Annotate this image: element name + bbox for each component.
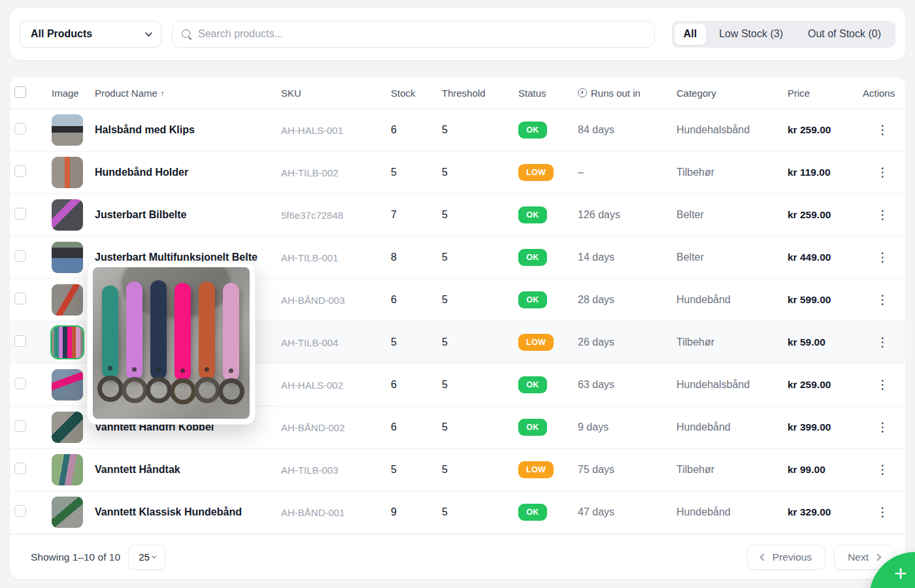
product-threshold: 5 (442, 252, 518, 263)
product-sku: AH-BÅND-002 (281, 422, 391, 433)
preview-keyring (146, 377, 172, 403)
row-actions-menu-icon[interactable]: ⋮ (863, 165, 889, 179)
product-price: kr 599.00 (788, 294, 863, 306)
col-header-price[interactable]: Price (788, 88, 863, 99)
tab-all[interactable]: All (674, 24, 706, 45)
row-actions-menu-icon[interactable]: ⋮ (863, 378, 889, 391)
product-price: kr 329.00 (788, 506, 863, 518)
runs-out-value: 9 days (578, 421, 676, 433)
row-checkbox[interactable] (14, 208, 26, 220)
row-actions-menu-icon[interactable]: ⋮ (863, 293, 889, 306)
col-header-category[interactable]: Category (676, 88, 788, 99)
table-row[interactable]: Hundebånd Holder AH-TILB-002 5 5 LOW – T… (10, 152, 905, 194)
row-checkbox[interactable] (14, 505, 26, 517)
table-row[interactable]: Vanntett Klassisk Hundebånd AH-BÅND-001 … (10, 491, 905, 534)
row-actions-menu-icon[interactable]: ⋮ (863, 123, 889, 137)
row-checkbox[interactable] (14, 123, 26, 135)
table-footer: Showing 1–10 of 10 25 Previous Next (10, 534, 905, 579)
product-thumbnail[interactable] (52, 369, 83, 400)
product-stock: 9 (391, 506, 442, 518)
product-threshold: 5 (442, 506, 518, 518)
col-header-threshold[interactable]: Threshold (442, 88, 518, 99)
preview-keyring (194, 377, 220, 403)
sort-ascending-icon: ↑ (160, 88, 165, 99)
row-actions-menu-icon[interactable]: ⋮ (863, 250, 889, 264)
previous-page-button[interactable]: Previous (747, 545, 825, 570)
status-badge: OK (518, 206, 547, 223)
pager: Previous Next (747, 545, 894, 570)
chevron-right-icon (874, 553, 881, 561)
search-icon (182, 29, 191, 39)
preview-photo (93, 267, 250, 419)
plus-icon: + (894, 561, 907, 586)
product-filter-dropdown[interactable]: All Products (20, 21, 161, 48)
col-header-actions: Actions (863, 88, 905, 99)
col-header-product-name[interactable]: Product Name↑ (95, 88, 281, 99)
row-actions-menu-icon[interactable]: ⋮ (863, 208, 889, 221)
row-actions-menu-icon[interactable]: ⋮ (863, 463, 889, 476)
runs-out-value: 84 days (578, 124, 676, 136)
select-all-checkbox[interactable] (14, 86, 26, 98)
col-header-image[interactable]: Image (52, 88, 95, 99)
table-row[interactable]: Justerbart Bilbelte 5f6e37c72848 7 5 OK … (10, 194, 905, 237)
runs-out-value: – (578, 167, 676, 178)
tab-low-stock[interactable]: Low Stock (3) (707, 24, 795, 45)
row-checkbox[interactable] (14, 250, 26, 262)
product-name: Vanntett Håndtak (95, 464, 281, 476)
row-actions-menu-icon[interactable]: ⋮ (863, 505, 889, 519)
row-checkbox[interactable] (14, 378, 26, 389)
table-row[interactable]: Halsbånd med Klips AH-HALS-001 6 5 OK 84… (10, 109, 905, 152)
tab-out-of-stock[interactable]: Out of Stock (0) (796, 24, 893, 45)
search-box[interactable] (172, 21, 655, 48)
row-actions-menu-icon[interactable]: ⋮ (863, 335, 889, 349)
chevron-down-icon (152, 554, 156, 559)
product-thumbnail[interactable] (52, 199, 83, 231)
product-thumbnail[interactable] (52, 454, 83, 485)
stock-filter-tabs: AllLow Stock (3)Out of Stock (0) (672, 21, 895, 48)
product-thumbnail[interactable] (52, 497, 83, 528)
product-category: Hundebånd (676, 421, 788, 433)
col-header-status[interactable]: Status (518, 88, 578, 99)
runs-out-value: 75 days (578, 464, 676, 476)
product-stock: 5 (391, 464, 442, 476)
status-badge: OK (518, 419, 547, 436)
row-checkbox[interactable] (14, 463, 26, 474)
table-row[interactable]: Vanntett Håndtak AH-TILB-003 5 5 LOW 75 … (10, 449, 905, 491)
page-size-select[interactable]: 25 (128, 545, 165, 570)
search-input[interactable] (198, 28, 645, 40)
col-header-runs-out[interactable]: Runs out in (578, 88, 676, 99)
col-header-sku[interactable]: SKU (281, 88, 391, 99)
status-badge: LOW (518, 334, 554, 351)
product-thumbnail[interactable] (52, 157, 83, 188)
preview-keyring (122, 377, 148, 403)
row-checkbox[interactable] (14, 335, 26, 347)
product-stock: 6 (391, 421, 442, 433)
product-sku: AH-BÅND-001 (281, 507, 391, 518)
product-stock: 5 (391, 336, 442, 348)
product-threshold: 5 (442, 379, 518, 391)
row-checkbox[interactable] (14, 165, 26, 177)
row-actions-menu-icon[interactable]: ⋮ (863, 420, 889, 434)
row-checkbox[interactable] (14, 293, 26, 304)
status-badge: OK (518, 249, 547, 266)
product-thumbnail[interactable] (52, 284, 83, 316)
runs-out-value: 47 days (578, 506, 676, 518)
col-header-stock[interactable]: Stock (391, 88, 442, 99)
row-checkbox[interactable] (14, 420, 26, 432)
product-filter-value: All Products (31, 28, 92, 40)
product-threshold: 5 (442, 294, 518, 306)
preview-keyring (218, 378, 244, 404)
pagination-summary: Showing 1–10 of 10 (31, 551, 120, 563)
product-category: Hundebånd (676, 506, 788, 518)
product-thumbnail[interactable] (52, 242, 83, 273)
status-badge: LOW (518, 461, 554, 478)
runs-out-value: 28 days (578, 294, 676, 306)
product-threshold: 5 (442, 209, 518, 221)
runs-out-value: 26 days (578, 336, 676, 348)
product-category: Tilbehør (676, 167, 788, 178)
product-thumbnail[interactable] (52, 327, 83, 358)
preview-strap (199, 282, 215, 380)
product-thumbnail[interactable] (52, 412, 83, 443)
product-thumbnail[interactable] (52, 114, 83, 146)
product-stock: 5 (391, 167, 442, 178)
